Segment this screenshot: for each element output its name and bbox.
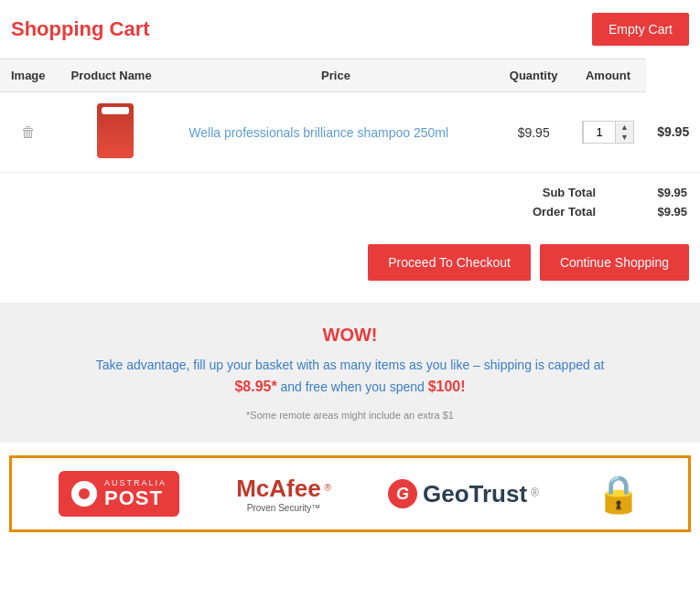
col-header-price: Price <box>174 59 497 92</box>
promo-line1: Take advantage, fill up your basket with… <box>96 358 605 372</box>
checkout-button[interactable]: Proceed To Checkout <box>368 244 531 281</box>
mcafee-sub: Proven Security™ <box>236 503 331 513</box>
cart-table: Image Product Name Price Quantity Amount… <box>0 59 700 173</box>
col-header-quantity: Quantity <box>498 59 570 92</box>
page-title: Shopping Cart <box>11 17 150 41</box>
promo-wow: WOW! <box>15 325 685 346</box>
subtotal-row: Sub Total $9.95 <box>504 186 687 199</box>
page-header: Shopping Cart Empty Cart <box>0 0 700 59</box>
empty-cart-button[interactable]: Empty Cart <box>592 13 689 46</box>
product-image <box>97 103 134 158</box>
table-row: 🗑 Wella professionals brilliance shampoo… <box>0 92 700 173</box>
col-header-amount: Amount <box>570 59 647 92</box>
order-total-row: Order Total $9.95 <box>504 205 687 219</box>
auspost-post-label: POST <box>104 487 167 509</box>
quantity-arrows: ▲ ▼ <box>616 123 633 143</box>
geotrust-logo-circle: G <box>388 479 417 508</box>
product-link[interactable]: Wella professionals brilliance shampoo 2… <box>188 125 448 140</box>
geotrust-name: GeoTrust <box>423 480 527 508</box>
lock-icon: 🔒 <box>596 474 641 514</box>
promo-price2: $100! <box>428 379 466 394</box>
geotrust-name-row: GeoTrust ® <box>423 480 539 508</box>
quantity-input[interactable] <box>583 122 616 143</box>
auspost-badge: AUSTRALIA POST <box>59 471 179 517</box>
auspost-circle <box>71 481 97 507</box>
amount-cell: $9.95 <box>646 92 700 173</box>
geotrust-logo-letter: G <box>396 485 409 504</box>
mcafee-badge: McAfee ® Proven Security™ <box>236 475 331 513</box>
lock-icon-wrapper: 🔒 <box>596 473 641 516</box>
table-header-row: Image Product Name Price Quantity Amount <box>0 59 700 92</box>
delete-icon[interactable]: 🗑 <box>21 124 36 140</box>
action-buttons: Proceed To Checkout Continue Shopping <box>0 237 700 299</box>
geotrust-badge: G GeoTrust ® <box>388 479 539 508</box>
col-header-image: Image <box>0 59 57 92</box>
quantity-cell: ▲ ▼ <box>570 92 647 173</box>
trust-badges: AUSTRALIA POST McAfee ® Proven Security™… <box>9 455 691 532</box>
geotrust-registered: ® <box>531 486 539 499</box>
promo-price1: $8.95* <box>234 379 276 394</box>
promo-text: Take advantage, fill up your basket with… <box>15 355 685 399</box>
auspost-circle-inner <box>76 486 92 502</box>
quantity-down-button[interactable]: ▼ <box>616 133 633 143</box>
quantity-stepper[interactable]: ▲ ▼ <box>582 121 634 144</box>
quantity-up-button[interactable]: ▲ <box>616 123 633 133</box>
auspost-text-block: AUSTRALIA POST <box>104 478 167 509</box>
image-cell <box>57 92 175 173</box>
order-total-value: $9.95 <box>632 205 687 219</box>
totals-section: Sub Total $9.95 Order Total $9.95 <box>0 173 700 237</box>
order-total-label: Order Total <box>504 205 596 219</box>
promo-note: *Some remote areas might include an extr… <box>15 410 685 421</box>
subtotal-label: Sub Total <box>504 186 596 199</box>
product-name-cell: Wella professionals brilliance shampoo 2… <box>174 92 497 173</box>
price-cell: $9.95 <box>498 92 570 173</box>
delete-cell: 🗑 <box>0 92 57 173</box>
mcafee-name: McAfee <box>236 475 320 502</box>
promo-section: WOW! Take advantage, fill up your basket… <box>0 303 700 443</box>
continue-shopping-button[interactable]: Continue Shopping <box>540 244 689 281</box>
col-header-product-name: Product Name <box>57 59 175 92</box>
subtotal-value: $9.95 <box>632 186 687 199</box>
mcafee-registered: ® <box>325 483 331 493</box>
promo-line2: and free when you spend <box>281 379 428 394</box>
mcafee-name-row: McAfee ® <box>236 475 331 503</box>
